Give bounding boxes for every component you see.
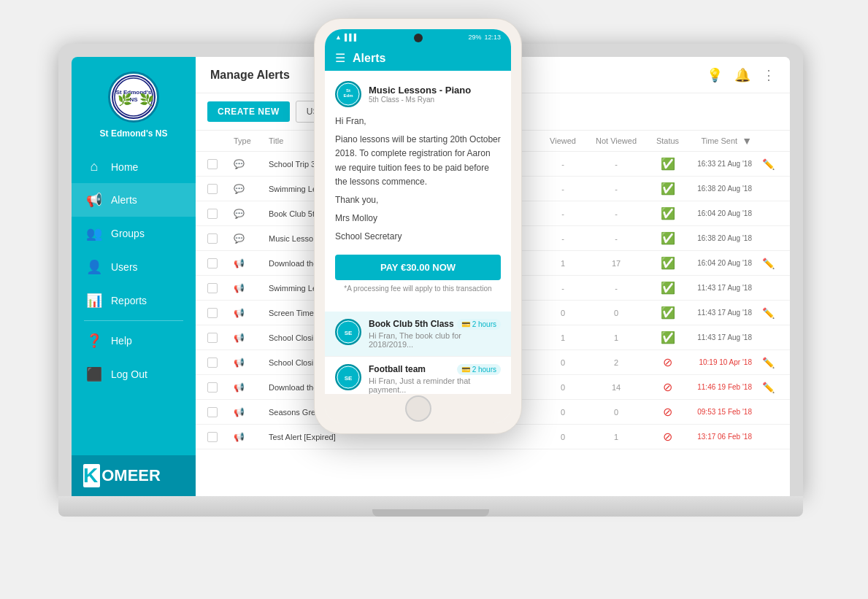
sidebar-logo: St Edmond's NS 🌿 🌿 — [108, 72, 159, 123]
col-type: Type — [234, 136, 263, 145]
brand-k-icon: K — [83, 464, 100, 487]
row-checkbox-11[interactable] — [207, 407, 218, 417]
more-icon[interactable]: ⋮ — [762, 67, 775, 83]
row-checkbox-1[interactable] — [207, 159, 218, 169]
lightbulb-icon[interactable]: 💡 — [707, 67, 723, 83]
row-status-9: ⊘ — [648, 355, 688, 369]
row-time-4: 16:38 20 Aug '18 — [694, 234, 752, 242]
row-status-5: ✅ — [648, 256, 688, 270]
row-time-12: 13:17 06 Feb '18 — [694, 433, 752, 441]
create-new-button[interactable]: CREATE NEW — [207, 101, 290, 122]
row-status-11: ⊘ — [648, 405, 688, 419]
home-button[interactable] — [405, 395, 431, 422]
email-body-line1: Piano lessons will be starting 20th Octo… — [335, 133, 501, 189]
row-viewed-12: 0 — [541, 433, 585, 441]
notif-time-football: 💳 2 hours — [457, 364, 501, 375]
filter-icon[interactable]: ▼ — [742, 135, 752, 147]
alerts-icon: 📢 — [86, 192, 102, 208]
row-time-8: 11:43 17 Aug '18 — [694, 333, 752, 341]
svg-text:Edm: Edm — [343, 93, 353, 98]
sidebar-item-reports[interactable]: 📊 Reports — [72, 284, 196, 317]
row-checkbox-7[interactable] — [207, 308, 218, 318]
time-label: 12:13 — [484, 34, 501, 41]
row-checkbox-12[interactable] — [207, 432, 218, 442]
row-time-11: 09:53 15 Feb '18 — [694, 408, 752, 416]
users-icon: 👤 — [86, 259, 102, 275]
row-checkbox-8[interactable] — [207, 333, 218, 343]
row-not-viewed-7: 0 — [591, 309, 642, 317]
row-edit-5[interactable]: ✏️ — [758, 258, 778, 269]
row-status-4: ✅ — [648, 231, 688, 245]
notif-title-book-club: Book Club 5th Class — [369, 319, 454, 329]
row-edit-10[interactable]: ✏️ — [758, 382, 778, 393]
pay-button[interactable]: PAY €30.00 NOW — [335, 255, 501, 280]
row-checkbox-10[interactable] — [207, 382, 218, 393]
row-type-icon-8: 📢 — [234, 333, 245, 343]
row-checkbox-5[interactable] — [207, 258, 218, 268]
sidebar-item-logout[interactable]: ⬛ Log Out — [72, 358, 196, 391]
row-checkbox-6[interactable] — [207, 283, 218, 293]
row-time-6: 11:43 17 Aug '18 — [694, 284, 752, 292]
row-viewed-4: - — [541, 234, 585, 243]
row-viewed-1: - — [541, 160, 585, 169]
row-edit-7[interactable]: ✏️ — [758, 307, 778, 319]
phone-notch — [414, 34, 423, 42]
row-checkbox-9[interactable] — [207, 358, 218, 368]
wifi-icon: ▲ — [335, 34, 342, 41]
payment-icon: 💳 — [461, 320, 470, 328]
sidebar-item-groups[interactable]: 👥 Groups — [72, 217, 196, 250]
row-checkbox-2[interactable] — [207, 184, 218, 194]
payment-icon-2: 💳 — [461, 366, 470, 374]
sidebar-brand: K OMEER — [72, 455, 196, 496]
sidebar-item-users[interactable]: 👤 Users — [72, 250, 196, 284]
email-class: 5th Class - Ms Ryan — [369, 96, 471, 104]
notif-avatar-football: SE — [335, 364, 361, 390]
sidebar-item-alerts[interactable]: 📢 Alerts — [72, 183, 196, 217]
row-type-icon-1: 💬 — [234, 159, 245, 169]
processing-fee-label: *A processing fee will apply to this tra… — [335, 285, 501, 293]
sidebar-divider — [84, 320, 183, 321]
phone-header: ☰ Alerts — [325, 45, 511, 71]
email-sender-name: Mrs Molloy — [335, 212, 501, 225]
row-viewed-5: 1 — [541, 259, 585, 268]
row-viewed-8: 1 — [541, 333, 585, 342]
sidebar-item-help[interactable]: ❓ Help — [72, 324, 196, 358]
row-edit-1[interactable]: ✏️ — [758, 158, 778, 170]
row-type-icon-4: 💬 — [234, 233, 245, 244]
sidebar-nav: ⌂ Home 📢 Alerts 👥 Groups 👤 — [72, 150, 196, 455]
row-checkbox-3[interactable] — [207, 209, 218, 219]
row-not-viewed-6: - — [591, 284, 642, 293]
sidebar-brand-area: K OMEER — [72, 455, 196, 496]
notif-preview-book-club: Hi Fran, The book club for 2018/2019... — [369, 331, 501, 349]
row-not-viewed-2: - — [591, 185, 642, 193]
groups-icon: 👥 — [86, 225, 102, 241]
row-status-12: ⊘ — [648, 430, 688, 444]
row-viewed-2: - — [541, 185, 585, 193]
row-status-6: ✅ — [648, 281, 688, 295]
phone-signal-icons: ▲ ▌▌▌ — [335, 34, 358, 41]
row-status-10: ⊘ — [648, 380, 688, 394]
sidebar-item-logout-label: Log Out — [111, 368, 147, 380]
notification-football-team[interactable]: SE Football team 💳 2 hours Hi Fran, Just… — [325, 357, 511, 395]
row-viewed-6: - — [541, 284, 585, 293]
phone: ▲ ▌▌▌ 29% 12:13 ☰ Alerts — [314, 18, 522, 434]
sidebar-item-home[interactable]: ⌂ Home — [72, 150, 196, 183]
bell-icon[interactable]: 🔔 — [734, 67, 750, 83]
sidebar-school-name: St Edmond's NS — [100, 128, 168, 139]
logout-icon: ⬛ — [86, 366, 102, 382]
notification-book-club[interactable]: SE Book Club 5th Class 💳 2 hours Hi Fran… — [325, 312, 511, 357]
row-checkbox-4[interactable] — [207, 233, 218, 244]
row-time-1: 16:33 21 Aug '18 — [694, 160, 752, 168]
brand-name-label: OMEER — [101, 466, 161, 485]
row-time-2: 16:38 20 Aug '18 — [694, 185, 752, 193]
sidebar-item-help-label: Help — [111, 335, 132, 347]
status-ok-icon: ✅ — [661, 207, 675, 220]
notif-body-book-club: Book Club 5th Class 💳 2 hours Hi Fran, T… — [369, 319, 501, 349]
row-status-7: ✅ — [648, 306, 688, 320]
row-status-8: ✅ — [648, 331, 688, 344]
phone-header-title: Alerts — [353, 52, 385, 65]
status-ok-icon: ✅ — [661, 306, 675, 319]
hamburger-icon[interactable]: ☰ — [335, 51, 345, 65]
row-edit-9[interactable]: ✏️ — [758, 357, 778, 368]
row-not-viewed-8: 1 — [591, 333, 642, 342]
